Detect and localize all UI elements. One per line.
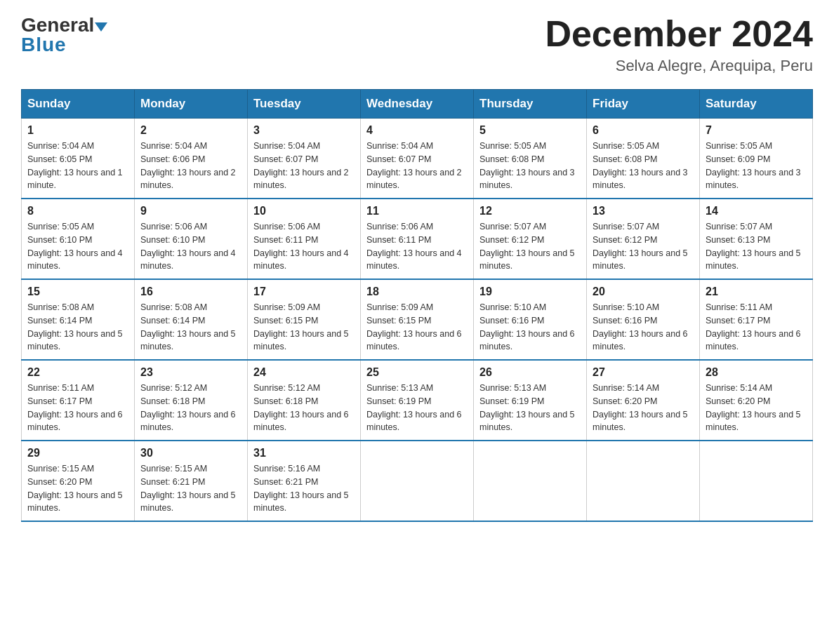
day-info: Sunrise: 5:05 AM Sunset: 6:08 PM Dayligh…	[479, 140, 581, 192]
day-info: Sunrise: 5:09 AM Sunset: 6:15 PM Dayligh…	[366, 301, 468, 354]
calendar-cell: 10 Sunrise: 5:06 AM Sunset: 6:11 PM Dayl…	[248, 199, 361, 279]
day-info: Sunrise: 5:05 AM Sunset: 6:10 PM Dayligh…	[27, 220, 128, 273]
day-number: 21	[706, 286, 807, 298]
day-info: Sunrise: 5:11 AM Sunset: 6:17 PM Dayligh…	[706, 301, 807, 354]
calendar-cell: 29 Sunrise: 5:15 AM Sunset: 6:20 PM Dayl…	[22, 441, 135, 521]
day-number: 16	[140, 286, 241, 298]
calendar-cell: 21 Sunrise: 5:11 AM Sunset: 6:17 PM Dayl…	[700, 279, 813, 360]
day-info: Sunrise: 5:12 AM Sunset: 6:18 PM Dayligh…	[140, 382, 241, 434]
calendar-cell: 30 Sunrise: 5:15 AM Sunset: 6:21 PM Dayl…	[135, 441, 248, 521]
day-number: 10	[253, 205, 355, 217]
calendar-cell: 1 Sunrise: 5:04 AM Sunset: 6:05 PM Dayli…	[22, 119, 135, 199]
day-number: 3	[253, 124, 355, 137]
calendar-cell: 18 Sunrise: 5:09 AM Sunset: 6:15 PM Dayl…	[361, 279, 474, 360]
page-header: General Blue December 2024 Selva Alegre,…	[21, 14, 813, 75]
calendar-cell: 23 Sunrise: 5:12 AM Sunset: 6:18 PM Dayl…	[135, 360, 248, 441]
day-number: 2	[140, 124, 241, 137]
header-sunday: Sunday	[22, 90, 135, 119]
day-info: Sunrise: 5:15 AM Sunset: 6:21 PM Dayligh…	[140, 462, 241, 515]
logo-blue-part	[94, 22, 107, 30]
header-saturday: Saturday	[700, 90, 813, 119]
calendar-cell: 20 Sunrise: 5:10 AM Sunset: 6:16 PM Dayl…	[587, 279, 700, 360]
calendar-week-row: 22 Sunrise: 5:11 AM Sunset: 6:17 PM Dayl…	[22, 360, 813, 441]
calendar-cell: 25 Sunrise: 5:13 AM Sunset: 6:19 PM Dayl…	[361, 360, 474, 441]
day-number: 12	[479, 205, 581, 217]
calendar-cell	[361, 441, 474, 521]
header-friday: Friday	[587, 90, 700, 119]
calendar-cell	[700, 441, 813, 521]
day-info: Sunrise: 5:16 AM Sunset: 6:21 PM Dayligh…	[253, 462, 355, 515]
calendar-cell: 6 Sunrise: 5:05 AM Sunset: 6:08 PM Dayli…	[587, 119, 700, 199]
day-info: Sunrise: 5:09 AM Sunset: 6:15 PM Dayligh…	[253, 301, 355, 354]
calendar-cell: 14 Sunrise: 5:07 AM Sunset: 6:13 PM Dayl…	[700, 199, 813, 279]
day-number: 29	[27, 447, 128, 459]
day-number: 15	[27, 286, 128, 298]
day-number: 1	[27, 124, 128, 137]
logo: General Blue	[21, 14, 107, 56]
day-info: Sunrise: 5:13 AM Sunset: 6:19 PM Dayligh…	[366, 382, 468, 434]
day-info: Sunrise: 5:06 AM Sunset: 6:11 PM Dayligh…	[253, 220, 355, 273]
day-info: Sunrise: 5:10 AM Sunset: 6:16 PM Dayligh…	[593, 301, 694, 354]
calendar-cell: 17 Sunrise: 5:09 AM Sunset: 6:15 PM Dayl…	[248, 279, 361, 360]
calendar-cell: 9 Sunrise: 5:06 AM Sunset: 6:10 PM Dayli…	[135, 199, 248, 279]
day-info: Sunrise: 5:06 AM Sunset: 6:11 PM Dayligh…	[366, 220, 468, 273]
day-info: Sunrise: 5:05 AM Sunset: 6:08 PM Dayligh…	[593, 140, 694, 192]
day-number: 30	[140, 447, 241, 459]
day-number: 13	[593, 205, 694, 217]
day-info: Sunrise: 5:07 AM Sunset: 6:13 PM Dayligh…	[706, 220, 807, 273]
calendar-week-row: 15 Sunrise: 5:08 AM Sunset: 6:14 PM Dayl…	[22, 279, 813, 360]
header-wednesday: Wednesday	[361, 90, 474, 119]
day-number: 5	[479, 124, 581, 137]
calendar-cell: 24 Sunrise: 5:12 AM Sunset: 6:18 PM Dayl…	[248, 360, 361, 441]
day-number: 26	[479, 366, 581, 379]
day-info: Sunrise: 5:08 AM Sunset: 6:14 PM Dayligh…	[27, 301, 128, 354]
calendar-cell: 5 Sunrise: 5:05 AM Sunset: 6:08 PM Dayli…	[474, 119, 587, 199]
calendar-header-row: Sunday Monday Tuesday Wednesday Thursday…	[22, 90, 813, 119]
calendar-cell: 13 Sunrise: 5:07 AM Sunset: 6:12 PM Dayl…	[587, 199, 700, 279]
day-number: 18	[366, 286, 468, 298]
calendar-cell: 27 Sunrise: 5:14 AM Sunset: 6:20 PM Dayl…	[587, 360, 700, 441]
calendar-cell: 2 Sunrise: 5:04 AM Sunset: 6:06 PM Dayli…	[135, 119, 248, 199]
day-number: 22	[27, 366, 128, 379]
calendar-week-row: 8 Sunrise: 5:05 AM Sunset: 6:10 PM Dayli…	[22, 199, 813, 279]
day-number: 20	[593, 286, 694, 298]
day-info: Sunrise: 5:10 AM Sunset: 6:16 PM Dayligh…	[479, 301, 581, 354]
calendar-cell: 15 Sunrise: 5:08 AM Sunset: 6:14 PM Dayl…	[22, 279, 135, 360]
header-thursday: Thursday	[474, 90, 587, 119]
day-info: Sunrise: 5:08 AM Sunset: 6:14 PM Dayligh…	[140, 301, 241, 354]
day-number: 17	[253, 286, 355, 298]
month-title: December 2024	[545, 14, 813, 54]
calendar-cell: 16 Sunrise: 5:08 AM Sunset: 6:14 PM Dayl…	[135, 279, 248, 360]
logo-blue-text: Blue	[21, 34, 67, 56]
day-info: Sunrise: 5:07 AM Sunset: 6:12 PM Dayligh…	[593, 220, 694, 273]
day-info: Sunrise: 5:04 AM Sunset: 6:07 PM Dayligh…	[253, 140, 355, 192]
header-monday: Monday	[135, 90, 248, 119]
day-number: 25	[366, 366, 468, 379]
day-info: Sunrise: 5:11 AM Sunset: 6:17 PM Dayligh…	[27, 382, 128, 434]
calendar-cell: 3 Sunrise: 5:04 AM Sunset: 6:07 PM Dayli…	[248, 119, 361, 199]
calendar-cell: 12 Sunrise: 5:07 AM Sunset: 6:12 PM Dayl…	[474, 199, 587, 279]
day-info: Sunrise: 5:13 AM Sunset: 6:19 PM Dayligh…	[479, 382, 581, 434]
day-info: Sunrise: 5:14 AM Sunset: 6:20 PM Dayligh…	[706, 382, 807, 434]
calendar-cell: 19 Sunrise: 5:10 AM Sunset: 6:16 PM Dayl…	[474, 279, 587, 360]
day-number: 19	[479, 286, 581, 298]
day-info: Sunrise: 5:07 AM Sunset: 6:12 PM Dayligh…	[479, 220, 581, 273]
calendar-cell: 8 Sunrise: 5:05 AM Sunset: 6:10 PM Dayli…	[22, 199, 135, 279]
calendar-cell: 7 Sunrise: 5:05 AM Sunset: 6:09 PM Dayli…	[700, 119, 813, 199]
calendar-cell: 11 Sunrise: 5:06 AM Sunset: 6:11 PM Dayl…	[361, 199, 474, 279]
logo-arrow-icon	[95, 22, 107, 32]
calendar-cell: 4 Sunrise: 5:04 AM Sunset: 6:07 PM Dayli…	[361, 119, 474, 199]
day-number: 27	[593, 366, 694, 379]
title-block: December 2024 Selva Alegre, Arequipa, Pe…	[545, 14, 813, 75]
day-info: Sunrise: 5:04 AM Sunset: 6:06 PM Dayligh…	[140, 140, 241, 192]
day-number: 7	[706, 124, 807, 137]
calendar-table: Sunday Monday Tuesday Wednesday Thursday…	[21, 89, 813, 522]
day-info: Sunrise: 5:14 AM Sunset: 6:20 PM Dayligh…	[593, 382, 694, 434]
day-number: 6	[593, 124, 694, 137]
calendar-cell: 22 Sunrise: 5:11 AM Sunset: 6:17 PM Dayl…	[22, 360, 135, 441]
day-number: 23	[140, 366, 241, 379]
calendar-cell: 31 Sunrise: 5:16 AM Sunset: 6:21 PM Dayl…	[248, 441, 361, 521]
calendar-cell: 26 Sunrise: 5:13 AM Sunset: 6:19 PM Dayl…	[474, 360, 587, 441]
day-number: 28	[706, 366, 807, 379]
day-number: 14	[706, 205, 807, 217]
